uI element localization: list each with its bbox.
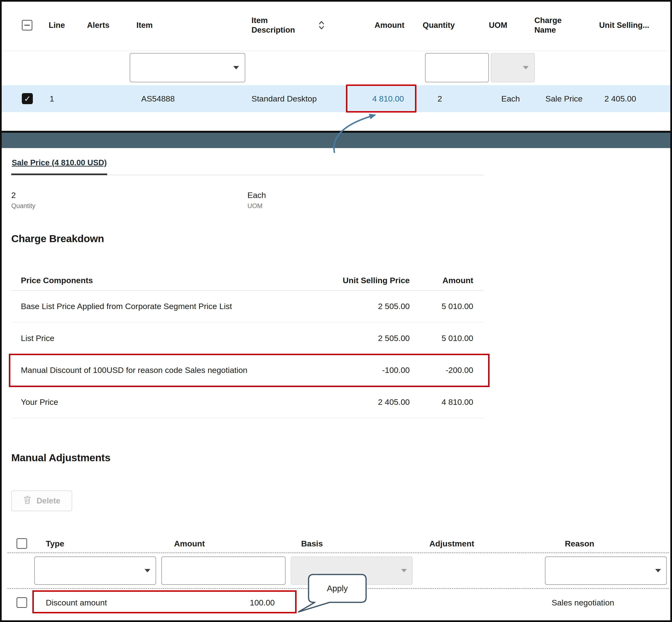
chevron-down-icon [233,66,239,69]
column-header-unit-selling[interactable]: Unit Selling... [596,21,670,30]
collapse-all-cell [2,20,40,31]
cell-type: Discount amount [31,598,158,608]
quantity-label: Quantity [11,202,248,210]
cell-charge-name: Sale Price [531,94,596,103]
price-component: Manual Discount of 100USD for reason cod… [11,366,331,375]
unit-selling-price: 2 505.00 [331,302,410,311]
column-header-alerts[interactable]: Alerts [83,21,134,30]
chevron-down-icon [655,569,661,572]
amount: 5 010.00 [410,302,484,311]
column-header-uom[interactable]: UOM [486,21,531,30]
cell-item: AS54888 [134,94,249,103]
header-divider [2,50,670,51]
delete-button-label: Delete [36,496,60,506]
cell-item-description: Standard Desktop [249,94,349,103]
amount: 4 810.00 [410,398,484,407]
cell-reason: Sales negotiation [542,598,669,608]
unit-selling-price: 2 405.00 [331,398,410,407]
header-adjustment: Adjustment [415,539,542,548]
annotation-arrow-icon [306,105,407,157]
item-filter-select[interactable] [130,53,245,82]
row-select-cell: ✓ [2,93,40,104]
type-select[interactable] [34,556,156,585]
chevron-down-icon [401,569,407,572]
order-lines-header-row: Line Alerts Item Item Description Amount… [2,5,670,45]
uom-label: UOM [248,202,266,210]
chevron-down-icon [523,66,529,69]
row-checkbox-checked[interactable]: ✓ [22,93,33,104]
cell-unit-selling-price: 2 405.00 [596,94,670,103]
header-type: Type [31,539,158,548]
uom-value: Each [248,191,266,200]
header-unit-selling-price: Unit Selling Price [331,276,410,285]
price-component: List Price [11,334,331,343]
collapse-all-icon[interactable] [22,20,32,31]
reason-select[interactable] [545,556,667,585]
quantity-field: 2 Quantity [11,191,248,210]
cell-quantity: 2 [419,94,486,103]
column-header-charge-name-label: Charge Name [534,15,580,35]
amount: 5 010.00 [410,334,484,343]
column-header-item-description-label: Item Description [252,15,311,35]
header-amount: Amount [158,539,288,548]
table-row: Base List Price Applied from Corporate S… [11,290,484,322]
amount: -200.00 [410,366,484,375]
app-window: Line Alerts Item Item Description Amount… [0,0,672,622]
uom-filter-select[interactable] [491,53,535,82]
header-amount: Amount [410,276,484,285]
charge-detail-panel: Sale Price (4 810.00 USD) 2 Quantity Eac… [2,148,670,620]
column-header-item-description[interactable]: Item Description [249,15,349,35]
unit-selling-price: 2 505.00 [331,334,410,343]
select-all-checkbox[interactable] [16,538,27,549]
cell-uom: Each [486,94,531,103]
table-row: Your Price 2 405.00 4 810.00 [11,386,484,418]
quantity-value: 2 [11,191,248,200]
header-price-components: Price Components [11,276,331,285]
row-checkbox[interactable] [16,597,27,608]
column-header-quantity[interactable]: Quantity [419,21,486,30]
sort-icon[interactable] [318,20,325,31]
trash-icon [23,495,32,507]
price-component: Base List Price Applied from Corporate S… [11,302,331,311]
header-basis: Basis [288,539,415,548]
table-row-manual-discount: Manual Discount of 100USD for reason cod… [11,354,484,386]
column-header-charge-name[interactable]: Charge Name [531,15,596,35]
unit-selling-price: -100.00 [331,366,410,375]
column-header-amount[interactable]: Amount [349,21,419,30]
charge-breakdown-table: Price Components Unit Selling Price Amou… [11,271,484,418]
chevron-down-icon [145,569,150,572]
tab-sale-price[interactable]: Sale Price (4 810.00 USD) [11,157,107,175]
header-reason: Reason [542,539,669,548]
uom-field: Each UOM [248,191,266,210]
price-component: Your Price [11,398,331,407]
charge-breakdown-title: Charge Breakdown [11,233,670,245]
column-header-unit-selling-label: Unit Selling... [599,21,649,30]
summary-fields: 2 Quantity Each UOM [11,191,670,210]
detail-tabbar: Sale Price (4 810.00 USD) [11,157,484,175]
cell-line: 1 [40,94,83,103]
column-header-item[interactable]: Item [134,21,249,30]
cell-amount: 100.00 [158,598,288,608]
table-row: List Price 2 505.00 5 010.00 [11,322,484,354]
amount-input[interactable] [161,556,286,585]
apply-callout-label: Apply [308,575,366,602]
manual-adjustments-header-row: Type Amount Basis Adjustment Reason [7,534,669,552]
delete-button[interactable]: Delete [11,490,72,511]
quantity-filter-input[interactable] [425,53,489,82]
column-header-line[interactable]: Line [40,21,83,30]
manual-adjustments-title: Manual Adjustments [11,452,670,463]
charge-breakdown-header-row: Price Components Unit Selling Price Amou… [11,271,484,290]
